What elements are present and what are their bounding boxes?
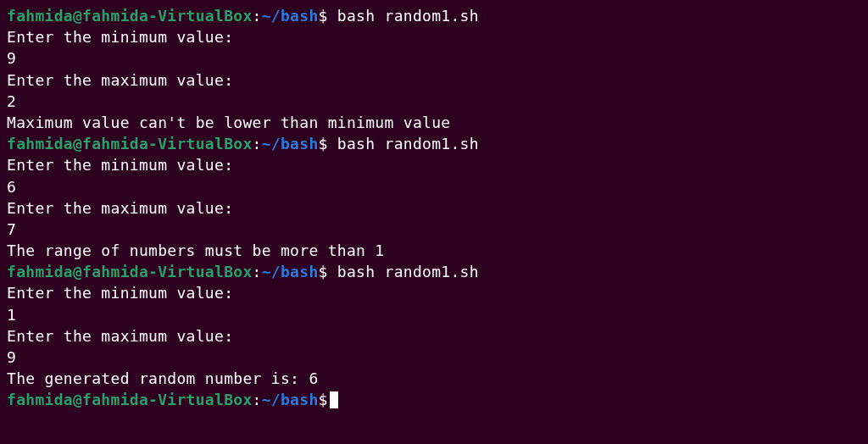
- output-line: Enter the maximum value:: [7, 325, 861, 347]
- prompt-user-host: fahmida@fahmida-VirtualBox: [7, 135, 253, 153]
- terminal-window[interactable]: fahmida@fahmida-VirtualBox:~/bash$ bash …: [7, 5, 861, 411]
- prompt-dollar: $: [319, 263, 328, 280]
- prompt-dollar: $: [319, 7, 328, 25]
- prompt-path: ~/bash: [262, 135, 319, 153]
- prompt-path: ~/bash: [262, 7, 319, 25]
- command-line: fahmida@fahmida-VirtualBox:~/bash$ bash …: [7, 261, 861, 282]
- output-line: Maximum value can't be lower than minimu…: [7, 112, 861, 133]
- command-text: bash random1.sh: [328, 7, 479, 25]
- command-text: bash random1.sh: [328, 135, 479, 153]
- command-line: fahmida@fahmida-VirtualBox:~/bash$ bash …: [7, 5, 861, 26]
- output-line: 6: [7, 176, 861, 197]
- output-line: Enter the minimum value:: [7, 282, 861, 303]
- output-line: 7: [7, 219, 861, 240]
- prompt-separator: :: [253, 135, 262, 153]
- output-line: The range of numbers must be more than 1: [7, 240, 861, 261]
- prompt-separator: :: [253, 263, 262, 280]
- output-line: Enter the minimum value:: [7, 154, 861, 175]
- prompt-separator: :: [253, 391, 262, 408]
- command-line: fahmida@fahmida-VirtualBox:~/bash$ bash …: [7, 133, 861, 154]
- output-line: 2: [7, 91, 861, 112]
- prompt-dollar: $: [319, 391, 328, 408]
- prompt-path: ~/bash: [262, 263, 319, 280]
- command-line-active[interactable]: fahmida@fahmida-VirtualBox:~/bash$: [7, 389, 861, 410]
- prompt-path: ~/bash: [262, 391, 319, 408]
- output-line: Enter the minimum value:: [7, 26, 861, 47]
- prompt-separator: :: [253, 7, 262, 25]
- command-text: bash random1.sh: [328, 263, 479, 280]
- cursor: [330, 391, 338, 408]
- output-line: 9: [7, 47, 861, 69]
- output-line: Enter the maximum value:: [7, 69, 861, 91]
- prompt-user-host: fahmida@fahmida-VirtualBox: [7, 7, 253, 25]
- prompt-user-host: fahmida@fahmida-VirtualBox: [7, 391, 253, 408]
- output-line: 1: [7, 304, 861, 325]
- output-line: The generated random number is: 6: [7, 368, 861, 389]
- output-line: Enter the maximum value:: [7, 197, 861, 219]
- prompt-user-host: fahmida@fahmida-VirtualBox: [7, 263, 253, 280]
- prompt-dollar: $: [319, 135, 328, 153]
- output-line: 9: [7, 347, 861, 368]
